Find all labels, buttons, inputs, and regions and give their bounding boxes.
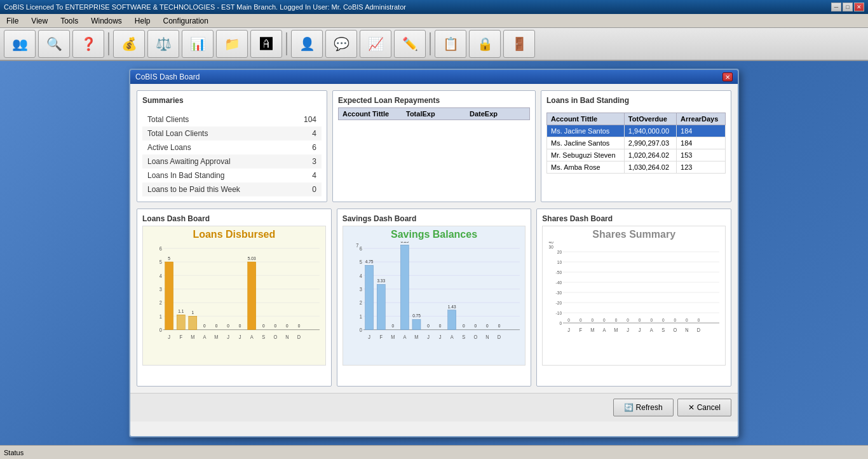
app-title: CoBIS Licenced To ENTERPRISE SOFTWARE & … [4,3,406,11]
summary-active-loans-value: 6 [312,143,316,152]
bad-col-overdue: TotOverdue [624,113,676,125]
main-background: CoBIS Dash Board ✕ Summaries Total Clien… [0,61,868,445]
svg-text:0: 0 [262,324,265,328]
toolbar-sms-btn[interactable]: 💬 [325,30,357,58]
svg-text:J: J [239,334,241,340]
summary-active-loans-label: Active Loans [147,143,191,152]
toolbar-members-btn[interactable]: 👥 [4,30,36,58]
menu-tools[interactable]: Tools [57,15,82,27]
toolbar-help-btn[interactable]: ❓ [72,30,104,58]
toolbar-scale-btn[interactable]: ⚖️ [147,30,179,58]
svg-text:0: 0 [391,324,394,328]
toolbar-reports-btn[interactable]: 📈 [360,30,391,58]
svg-text:0: 0 [159,327,163,333]
minimize-button[interactable]: ─ [831,3,841,11]
log-icon: 📋 [443,36,459,51]
svg-text:40: 40 [549,242,553,244]
toolbar-chart-btn[interactable]: 📊 [182,30,214,58]
menu-view[interactable]: View [27,15,51,27]
scale-icon: ⚖️ [156,36,172,51]
expected-loans-title: Expected Loan Repayments [338,96,530,105]
savings-dashboard-title: Savings Dash Board [342,214,526,223]
close-button[interactable]: ✕ [854,3,864,11]
summary-total-loan-clients-value: 4 [312,129,316,138]
cancel-button[interactable]: ✕ Cancel [677,399,731,416]
svg-text:N: N [485,334,489,340]
toolbar-log-btn[interactable]: 📋 [435,30,466,58]
svg-text:J: J [438,334,441,340]
bad-row-account: Ms. Amba Rose [547,161,625,174]
svg-text:0: 0 [486,324,489,328]
toolbar-money-btn[interactable]: 💰 [113,30,145,58]
bad-table-row[interactable]: Ms. Jacline Santos 2,990,297.03 184 [547,137,726,149]
svg-text:3: 3 [360,286,363,292]
dashboard-window: CoBIS Dash Board ✕ Summaries Total Clien… [129,69,739,437]
menu-windows[interactable]: Windows [87,15,126,27]
svg-text:1: 1 [159,313,163,320]
expected-loans-header: Account Tittle TotalExp DateExp [338,107,530,120]
menu-configuration[interactable]: Configuration [159,15,212,27]
menu-help[interactable]: Help [131,15,154,27]
loans-bar-chart: 0 1 2 3 4 5 6 5 [146,242,323,343]
svg-text:5: 5 [159,259,163,266]
summary-awaiting-approval-value: 3 [312,157,316,166]
toolbar-separator-2 [286,32,287,55]
svg-text:30: 30 [549,244,553,249]
toolbar-edit-btn[interactable]: ✏️ [394,30,426,58]
dashboard-content: Summaries Total Clients 104 Total Loan C… [130,84,738,393]
svg-text:M: M [214,334,219,340]
svg-text:20: 20 [557,250,562,254]
savings-chart-inner: Savings Balances 0 1 [342,226,526,366]
top-panels: Summaries Total Clients 104 Total Loan C… [137,90,731,202]
svg-text:0: 0 [203,324,206,328]
cancel-icon: ✕ [688,403,695,412]
svg-text:0: 0 [674,317,677,322]
svg-text:D: D [697,327,701,333]
bad-table-row[interactable]: Ms. Jacline Santos 1,940,000.00 184 [547,125,726,137]
svg-text:J: J [168,334,170,340]
refresh-icon: 🔄 [624,403,634,412]
svg-text:5.03: 5.03 [248,256,256,260]
summary-paid-this-week-label: Loans to be Paid this Week [147,185,240,194]
toolbar-user-btn[interactable]: 👤 [291,30,323,58]
edit-icon: ✏️ [402,36,418,51]
title-bar-controls: ─ □ ✕ [831,3,864,11]
menu-file[interactable]: File [3,15,22,27]
dashboard-footer: 🔄 Refresh ✕ Cancel [130,393,738,421]
toolbar-lock-btn[interactable]: 🔒 [469,30,501,58]
maximize-button[interactable]: □ [843,3,853,11]
loans-chart-inner: Loans Disbursed 0 1 [142,226,326,366]
svg-text:3: 3 [159,286,163,292]
status-text: Status [4,449,24,456]
reports-icon: 📈 [368,36,384,51]
bad-table-row[interactable]: Ms. Amba Rose 1,030,264.02 123 [547,161,726,174]
dashboard-close-button[interactable]: ✕ [722,72,733,81]
loans-chart-title: Loans Disbursed [146,229,323,240]
bad-table-row[interactable]: Mr. Sebuguzi Steven 1,020,264.02 153 [547,149,726,161]
svg-text:S: S [462,334,465,340]
savings-dashboard-panel: Savings Dash Board Savings Balances [337,209,532,387]
summaries-title: Summaries [142,96,322,107]
toolbar-exit-btn[interactable]: 🚪 [503,30,535,58]
shares-dashboard-panel: Shares Dash Board Shares Summary [536,209,731,387]
svg-text:0: 0 [360,327,363,333]
summary-bad-standing: Loans In Bad Standing 4 [142,168,322,182]
svg-text:6: 6 [360,245,363,252]
bad-row-days: 184 [677,125,726,137]
toolbar-font-btn[interactable]: 🅰 [250,30,282,58]
summary-awaiting-approval-label: Loans Awaiting Approval [147,157,231,166]
toolbar-search-btn[interactable]: 🔍 [38,30,70,58]
bad-row-days: 184 [677,137,726,149]
bad-col-days: ArrearDays [677,113,726,125]
money-icon: 💰 [121,36,137,51]
savings-chart-title: Savings Balances [346,229,523,240]
svg-text:1.1: 1.1 [178,309,184,313]
svg-rect-71 [400,245,409,329]
toolbar-folder-btn[interactable]: 📁 [216,30,248,58]
svg-text:D: D [498,334,501,340]
svg-text:0: 0 [698,317,700,322]
svg-text:0: 0 [427,324,430,328]
bad-row-days: 123 [677,161,726,174]
refresh-button[interactable]: 🔄 Refresh [613,399,674,416]
col-date-exp: DateExp [466,108,529,120]
